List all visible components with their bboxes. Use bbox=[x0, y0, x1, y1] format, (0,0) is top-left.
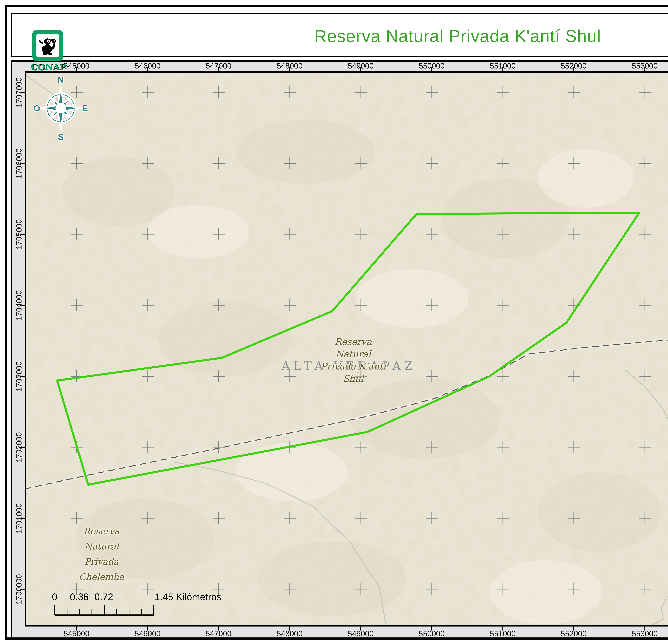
map-document: { "header": { "title": "Reserva Natural … bbox=[0, 0, 668, 644]
conap-logo-text: CONAP bbox=[30, 62, 67, 72]
map-canvas[interactable] bbox=[25, 72, 668, 627]
header-bar: CONAP Reserva Natural Privada K'antí Shu… bbox=[11, 13, 668, 58]
page-title: Reserva Natural Privada K'antí Shul bbox=[12, 26, 668, 46]
